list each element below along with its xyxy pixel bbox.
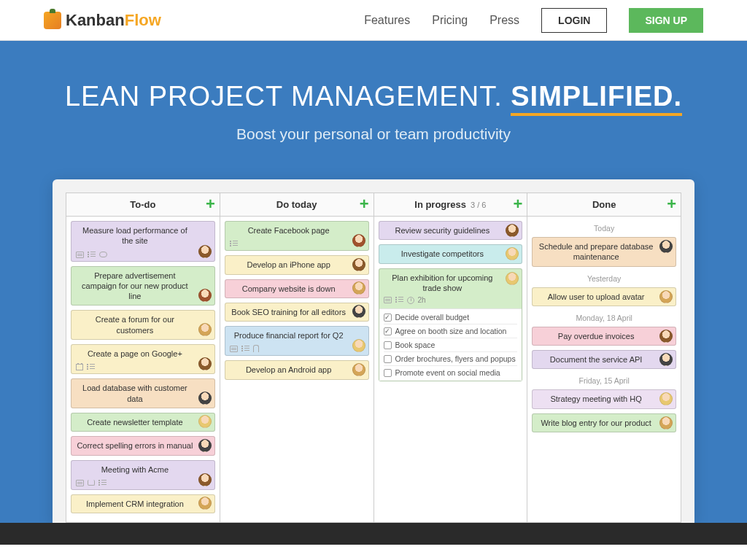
kanban-card[interactable]: Strategy meeting with HQ bbox=[532, 389, 676, 408]
kanban-card[interactable]: Book SEO training for all editors bbox=[225, 303, 369, 322]
checkbox-icon[interactable] bbox=[384, 341, 392, 349]
logo[interactable]: KanbanFlow bbox=[44, 11, 161, 30]
column-header-done: Done + bbox=[527, 193, 681, 217]
footer-bar bbox=[0, 523, 747, 545]
kanban-card[interactable]: Document the service API bbox=[532, 350, 676, 369]
card-title: Measure load performance of the site bbox=[76, 225, 210, 246]
checklist-item[interactable]: Agree on booth size and location bbox=[384, 324, 518, 338]
kanban-card[interactable]: Company website is down bbox=[225, 279, 369, 298]
avatar bbox=[198, 497, 212, 510]
checkbox-icon[interactable] bbox=[384, 355, 392, 363]
kanban-card[interactable]: Implement CRM integration bbox=[71, 494, 215, 513]
kanban-card[interactable]: Prepare advertisement campaign for our n… bbox=[71, 266, 215, 306]
checklist: Decide overall budget Agree on booth siz… bbox=[379, 308, 522, 381]
avatar bbox=[659, 330, 673, 343]
card-meta bbox=[230, 345, 259, 352]
loop-icon bbox=[88, 480, 95, 486]
kanban-card[interactable]: Write blog entry for our product bbox=[532, 413, 676, 432]
add-card-button[interactable]: + bbox=[667, 196, 676, 212]
column-dotoday: Do today + Create Facebook page Develop … bbox=[220, 193, 374, 522]
card-title: Load database with customer data bbox=[76, 383, 210, 404]
card-title: Create Facebook page bbox=[230, 225, 364, 236]
avatar bbox=[659, 240, 673, 253]
checklist-item-label: Order brochures, flyers and popups bbox=[395, 354, 516, 363]
checkbox-icon[interactable] bbox=[384, 314, 392, 322]
card-meta bbox=[76, 364, 95, 370]
column-done: Done + Today Schedule and prepare databa… bbox=[527, 193, 681, 522]
card-title: Company website is down bbox=[230, 284, 364, 294]
nav-features[interactable]: Features bbox=[364, 14, 410, 27]
checklist-item[interactable]: Book space bbox=[384, 338, 518, 351]
login-button[interactable]: LOGIN bbox=[541, 8, 607, 33]
avatar bbox=[198, 245, 212, 258]
avatar bbox=[198, 473, 212, 486]
kanban-card[interactable]: Create a forum for our customers bbox=[71, 310, 215, 340]
kanban-card[interactable]: Create newsletter template bbox=[71, 413, 215, 432]
card-title: Allow user to upload avatar bbox=[537, 292, 671, 302]
note-icon bbox=[76, 252, 84, 258]
column-body-done: Today Schedule and prepare database main… bbox=[527, 217, 681, 441]
kanban-card[interactable]: Develop an iPhone app bbox=[225, 255, 369, 274]
date-group-label: Yesterday bbox=[532, 271, 676, 287]
add-card-button[interactable]: + bbox=[206, 196, 215, 212]
kanban-card[interactable]: Develop an Android app bbox=[225, 360, 369, 379]
column-header-dotoday: Do today + bbox=[220, 193, 374, 217]
clock-icon bbox=[407, 297, 414, 304]
card-title: Investigate competitors bbox=[384, 249, 518, 259]
avatar bbox=[352, 305, 365, 318]
checklist-item-label: Agree on booth size and location bbox=[395, 327, 507, 335]
kanban-card[interactable]: Measure load performance of the site bbox=[71, 221, 215, 262]
kanban-card[interactable]: Create Facebook page bbox=[225, 221, 369, 251]
logo-text-1: Kanban bbox=[66, 11, 125, 29]
nav-press[interactable]: Press bbox=[489, 14, 519, 27]
kanban-card[interactable]: Schedule and prepare database maintenanc… bbox=[532, 237, 676, 267]
add-card-button[interactable]: + bbox=[513, 196, 522, 212]
avatar bbox=[659, 416, 673, 429]
avatar bbox=[352, 234, 365, 247]
checklist-item[interactable]: Promote event on social media bbox=[384, 365, 518, 379]
card-title: Create a page on Google+ bbox=[76, 349, 210, 359]
card-title: Schedule and prepare database maintenanc… bbox=[537, 241, 671, 262]
kanban-card[interactable]: Meeting with Acme bbox=[71, 460, 215, 490]
hero-subtitle: Boost your personal or team productivity bbox=[0, 125, 747, 143]
kanban-card[interactable]: Investigate competitors bbox=[379, 244, 523, 263]
column-header-todo: To-do + bbox=[66, 193, 220, 217]
hero-title: LEAN PROJECT MANAGEMENT. SIMPLIFIED. bbox=[0, 81, 747, 112]
avatar bbox=[198, 439, 212, 452]
kanban-card[interactable]: Correct spelling errors in manual bbox=[71, 436, 215, 455]
checkbox-icon[interactable] bbox=[384, 327, 392, 335]
card-title: Document the service API bbox=[537, 354, 671, 365]
column-title: Do today bbox=[276, 199, 317, 210]
column-title: Done bbox=[592, 199, 616, 210]
card-meta bbox=[230, 241, 238, 247]
kanban-card[interactable]: Load database with customer data bbox=[71, 378, 215, 408]
column-inprogress: In progress 3 / 6 + Review security guid… bbox=[374, 193, 528, 522]
checklist-item[interactable]: Decide overall budget bbox=[384, 311, 518, 324]
avatar bbox=[659, 290, 673, 303]
checklist-item[interactable]: Order brochures, flyers and popups bbox=[384, 351, 518, 365]
kanban-card[interactable]: Create a page on Google+ bbox=[71, 344, 215, 374]
hero-title-pre: LEAN PROJECT MANAGEMENT. bbox=[65, 81, 511, 112]
list-icon bbox=[87, 364, 95, 370]
kanban-card[interactable]: Allow user to upload avatar bbox=[532, 287, 676, 306]
logo-icon bbox=[44, 12, 61, 29]
column-title: In progress bbox=[414, 199, 466, 210]
column-count: 3 / 6 bbox=[471, 201, 486, 209]
signup-button[interactable]: SIGN UP bbox=[629, 8, 703, 33]
card-title: Pay overdue invoices bbox=[537, 331, 671, 341]
avatar bbox=[198, 392, 212, 405]
kanban-card[interactable]: Produce financial report for Q2 bbox=[225, 326, 369, 356]
avatar bbox=[352, 258, 365, 271]
checklist-item-label: Decide overall budget bbox=[395, 313, 470, 322]
avatar bbox=[352, 281, 365, 295]
hero-title-strong: SIMPLIFIED. bbox=[511, 81, 682, 116]
column-header-inprogress: In progress 3 / 6 + bbox=[374, 193, 527, 217]
checklist-item-label: Promote event on social media bbox=[395, 368, 500, 377]
kanban-card-expanded[interactable]: Plan exhibition for upcoming trade show … bbox=[379, 268, 523, 382]
kanban-card[interactable]: Pay overdue invoices bbox=[532, 327, 676, 346]
nav-pricing[interactable]: Pricing bbox=[432, 14, 468, 27]
kanban-card[interactable]: Review security guidelines bbox=[379, 221, 523, 240]
checkbox-icon[interactable] bbox=[384, 369, 392, 377]
add-card-button[interactable]: + bbox=[360, 196, 369, 212]
card-title: Review security guidelines bbox=[384, 225, 518, 236]
